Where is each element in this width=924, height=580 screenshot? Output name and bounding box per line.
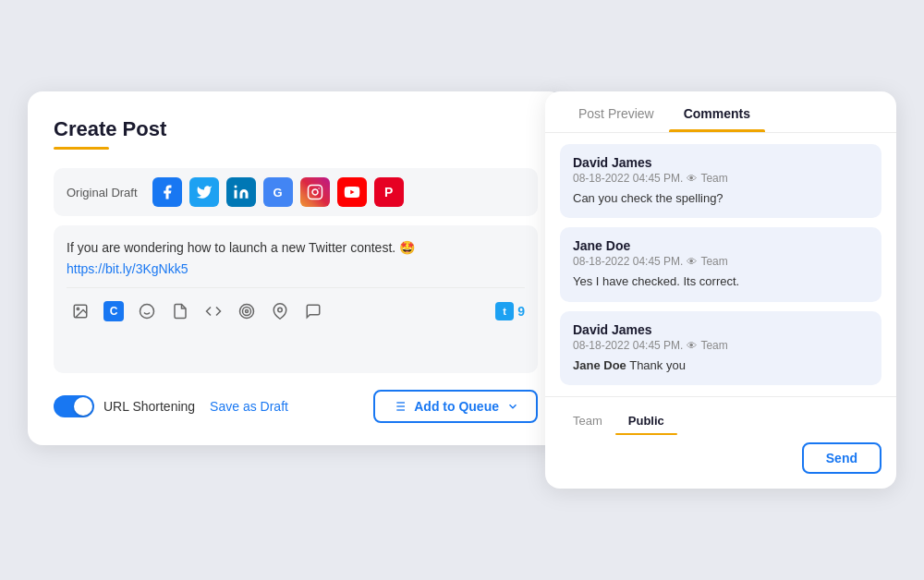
add-to-queue-button[interactable]: Add to Queue	[373, 390, 538, 423]
social-icons-row: G P	[152, 177, 404, 207]
pinterest-icon[interactable]: P	[374, 177, 404, 207]
twitter-count: t 9	[495, 302, 525, 320]
image-icon[interactable]	[67, 297, 94, 325]
comments-list: David James 08-18-2022 04:45 PM. 👁 Team …	[545, 133, 896, 396]
send-tab-team[interactable]: Team	[560, 408, 615, 433]
eye-icon-3: 👁	[687, 340, 697, 351]
eye-icon-1: 👁	[687, 173, 697, 184]
comments-panel: Post Preview Comments David James 08-18-…	[545, 91, 896, 489]
comment-author-1: David James	[573, 155, 869, 170]
post-text-area[interactable]: If you are wondering how to launch a new…	[54, 225, 538, 373]
toggle-knob	[74, 397, 92, 416]
chat-icon[interactable]	[299, 297, 327, 325]
emoji-icon[interactable]	[133, 297, 161, 325]
svg-point-7	[140, 305, 154, 319]
instagram-icon[interactable]	[300, 177, 330, 207]
toolbar-row: C	[67, 287, 525, 325]
svg-point-1	[234, 186, 237, 188]
twitter-icon[interactable]	[189, 177, 219, 207]
comment-mention-3: Jane Doe	[573, 358, 626, 372]
send-tab-public[interactable]: Public	[615, 408, 677, 433]
comment-meta-1: 08-18-2022 04:45 PM. 👁 Team	[573, 172, 869, 185]
svg-rect-0	[234, 190, 237, 199]
save-draft-button[interactable]: Save as Draft	[210, 399, 288, 414]
comment-author-2: Jane Doe	[573, 238, 869, 253]
svg-point-12	[246, 310, 249, 313]
comment-card-1: David James 08-18-2022 04:45 PM. 👁 Team …	[560, 144, 881, 218]
draft-row: Original Draft G P	[54, 168, 538, 216]
comment-card-2: Jane Doe 08-18-2022 04:45 PM. 👁 Team Yes…	[560, 227, 881, 301]
svg-point-11	[243, 308, 251, 316]
post-link[interactable]: https://bit.ly/3KgNkk5	[67, 261, 525, 276]
title-underline	[54, 147, 109, 150]
panel-title: Create Post	[54, 117, 538, 141]
comment-text-3: Jane Doe Thank you	[573, 357, 869, 374]
comments-tabs: Post Preview Comments	[545, 91, 896, 133]
tab-post-preview[interactable]: Post Preview	[564, 91, 669, 132]
tab-comments[interactable]: Comments	[669, 91, 765, 132]
add-to-queue-label: Add to Queue	[414, 399, 499, 414]
comment-card-3: David James 08-18-2022 04:45 PM. 👁 Team …	[560, 311, 881, 385]
comment-meta-3: 08-18-2022 04:45 PM. 👁 Team	[573, 339, 869, 352]
url-shortening-label: URL Shortening	[103, 399, 195, 414]
c-icon[interactable]: C	[100, 297, 128, 325]
send-row: Send	[560, 442, 881, 474]
svg-point-13	[278, 308, 283, 312]
twitter-count-icon: t	[495, 302, 514, 320]
send-area: Team Public Send	[545, 396, 896, 489]
target-icon[interactable]	[233, 297, 261, 325]
draft-label: Original Draft	[67, 186, 138, 199]
twitter-count-value: 9	[517, 304, 525, 319]
facebook-icon[interactable]	[152, 177, 182, 207]
post-text: If you are wondering how to launch a new…	[67, 238, 525, 258]
url-shortening-toggle[interactable]	[54, 395, 94, 417]
comment-text-2: Yes I have checked. Its correct.	[573, 273, 869, 290]
code-icon[interactable]	[200, 297, 227, 325]
send-tabs: Team Public	[560, 408, 881, 433]
chevron-down-icon	[506, 400, 519, 413]
create-post-panel: Create Post Original Draft G	[28, 91, 564, 445]
svg-point-6	[77, 308, 79, 309]
queue-icon	[392, 399, 407, 414]
eye-icon-2: 👁	[687, 256, 697, 267]
send-button[interactable]: Send	[802, 442, 881, 474]
comment-meta-2: 08-18-2022 04:45 PM. 👁 Team	[573, 255, 869, 268]
svg-rect-2	[308, 186, 322, 199]
linkedin-icon[interactable]	[226, 177, 256, 207]
google-icon[interactable]: G	[263, 177, 293, 207]
url-shortening-toggle-wrapper: URL Shortening	[54, 395, 195, 417]
bottom-row: URL Shortening Save as Draft Add to Queu…	[54, 390, 538, 423]
comment-author-3: David James	[573, 322, 869, 337]
comment-text-1: Can you check the spelling?	[573, 190, 869, 207]
youtube-icon[interactable]	[337, 177, 367, 207]
location-icon[interactable]	[266, 297, 294, 325]
document-icon[interactable]	[166, 297, 194, 325]
